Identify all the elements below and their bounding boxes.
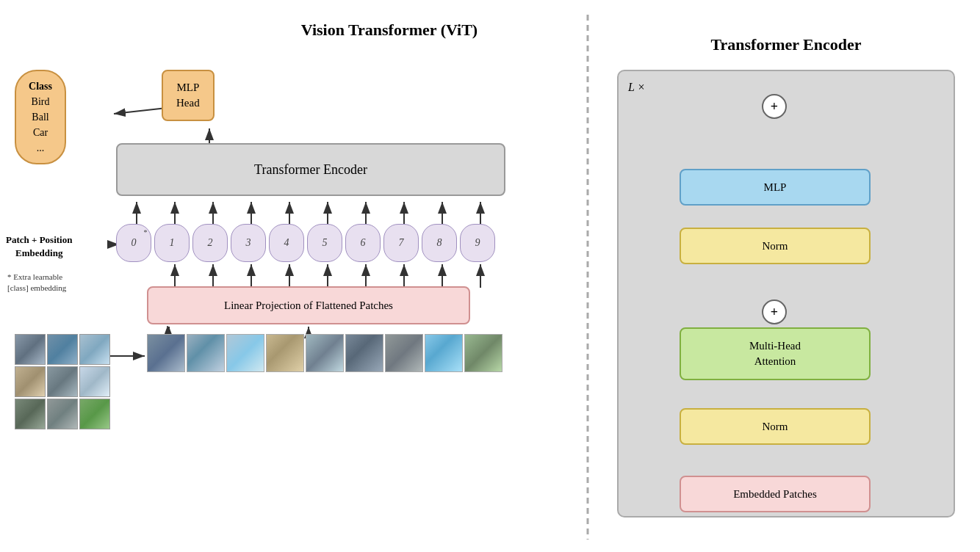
extra-learnable-line1: * Extra learnable xyxy=(7,272,66,283)
patch-img-9 xyxy=(464,334,502,372)
class-ellipsis: ... xyxy=(26,140,54,156)
patch-img-8 xyxy=(425,334,463,372)
token-4: 4 xyxy=(269,224,304,262)
patch-img-3 xyxy=(226,334,264,372)
extra-learnable-text: * Extra learnable [class] embedding xyxy=(7,272,66,294)
mha-label: Multi-HeadAttention xyxy=(749,338,801,369)
token-star: * xyxy=(143,228,147,236)
grid-cell-8 xyxy=(47,399,78,429)
mlp-box: MLP xyxy=(680,169,871,206)
token-3: 3 xyxy=(231,224,266,262)
grid-cell-3 xyxy=(79,334,110,365)
embedded-patches-box: Embedded Patches xyxy=(680,476,871,512)
transformer-encoder-detail-title: Transformer Encoder xyxy=(617,35,955,54)
transformer-encoder-box: Transformer Encoder xyxy=(116,143,505,196)
lx-label: L × xyxy=(628,81,645,94)
mlp-label: MLP xyxy=(764,181,787,194)
te-big-box xyxy=(617,70,955,518)
norm-top-label: Norm xyxy=(763,240,788,253)
token-9: 9 xyxy=(460,224,495,262)
class-label: Class xyxy=(26,79,54,94)
linear-projection-label: Linear Projection of Flattened Patches xyxy=(224,299,393,312)
norm-box-top: Norm xyxy=(680,228,871,264)
token-8: 8 xyxy=(422,224,457,262)
patch-label-line1: Patch + Position xyxy=(6,233,72,247)
grid-cell-5 xyxy=(47,366,78,397)
token-0-num: 0 xyxy=(131,237,137,249)
token-2: 2 xyxy=(192,224,228,262)
token-7: 7 xyxy=(383,224,419,262)
patch-position-label: Patch + Position Embedding xyxy=(6,233,72,260)
vit-title: Vision Transformer (ViT) xyxy=(206,21,573,40)
patch-img-2 xyxy=(187,334,225,372)
class-bubble: Class Bird Ball Car ... xyxy=(15,70,66,164)
grid-cell-9 xyxy=(79,399,110,429)
patch-img-4 xyxy=(266,334,304,372)
class-bird: Bird xyxy=(26,94,54,109)
mlp-head-line1: MLP xyxy=(176,80,200,95)
token-0: 0 * xyxy=(116,224,151,262)
transformer-encoder-label: Transformer Encoder xyxy=(254,162,367,178)
patch-img-7 xyxy=(385,334,423,372)
plus-circle-top: + xyxy=(762,94,787,119)
patch-img-6 xyxy=(345,334,383,372)
patch-img-1 xyxy=(147,334,185,372)
mlp-head-line2: Head xyxy=(176,95,200,111)
extra-learnable-line2: [class] embedding xyxy=(7,283,66,294)
mlp-head-box: MLP Head xyxy=(162,70,215,121)
patch-img-5 xyxy=(306,334,344,372)
patch-label-line2: Embedding xyxy=(6,247,72,260)
plus-circle-mid: + xyxy=(762,299,787,324)
grid-cell-2 xyxy=(47,334,78,365)
norm-bottom-label: Norm xyxy=(763,421,788,433)
embedded-patches-label: Embedded Patches xyxy=(733,488,817,501)
norm-box-bottom: Norm xyxy=(680,408,871,445)
grid-cell-7 xyxy=(15,399,46,429)
token-6: 6 xyxy=(345,224,381,262)
image-patches-strip xyxy=(147,334,502,372)
source-grid xyxy=(15,334,110,429)
token-row: 0 * 1 2 3 4 5 6 7 8 9 xyxy=(116,224,495,262)
class-ball: Ball xyxy=(26,109,54,125)
grid-cell-6 xyxy=(79,366,110,397)
class-car: Car xyxy=(26,125,54,140)
token-1: 1 xyxy=(154,224,190,262)
token-5: 5 xyxy=(307,224,342,262)
linear-projection-box: Linear Projection of Flattened Patches xyxy=(147,286,470,324)
mha-box: Multi-HeadAttention xyxy=(680,327,871,380)
grid-cell-1 xyxy=(15,334,46,365)
grid-cell-4 xyxy=(15,366,46,397)
